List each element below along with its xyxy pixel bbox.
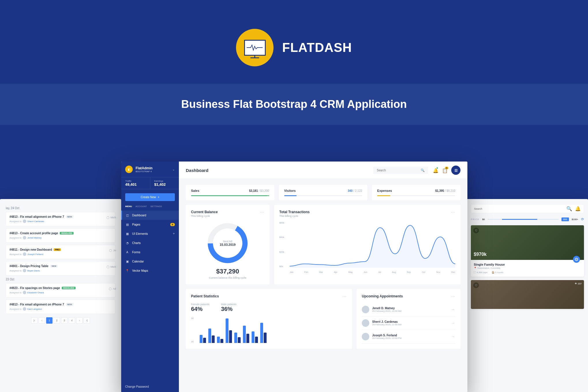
price-slider[interactable] <box>488 219 559 220</box>
plus-icon[interactable]: + <box>173 232 175 236</box>
balance-amount: $37,290 <box>191 268 264 275</box>
page-title: Dashboard <box>186 168 208 173</box>
task-badge: NEW <box>50 265 58 267</box>
more-icon[interactable]: ⋯ <box>260 210 264 215</box>
task-title: #4923 - Fix spacings on Stories page <box>10 286 60 290</box>
task-item[interactable]: #4811 - Design new DashboardPROAssigned … <box>6 245 115 259</box>
kpi-value: 340 <box>348 189 353 192</box>
right-search[interactable]: 🔍 🔔 <box>471 204 584 213</box>
more-icon[interactable]: ⋯ <box>451 210 455 215</box>
change-password-link[interactable]: Change Password <box>121 381 179 392</box>
bar-group <box>252 331 258 343</box>
page-prev[interactable]: ‹ <box>39 317 45 324</box>
profile-button[interactable]: ▥ <box>451 166 460 175</box>
sidebar-item-charts[interactable]: ◔Charts <box>121 238 179 247</box>
refresh-icon[interactable]: ⟳ <box>581 217 584 221</box>
sidebar-subtitle: BOOTSTRAP 4 <box>136 170 153 173</box>
page-1[interactable]: 1 <box>46 317 53 324</box>
user-icon: ◯ <box>106 265 109 268</box>
task-assignee: Kaci Langston <box>27 308 42 310</box>
kpi-expenses: Expenses$1,395 / $8,210 <box>372 185 460 200</box>
bar-group <box>208 329 215 343</box>
page-first[interactable]: |‹ <box>31 317 38 324</box>
right-search-input[interactable] <box>474 207 566 210</box>
arrow-right-icon[interactable]: → <box>451 307 455 312</box>
sidebar-item-calendar[interactable]: ▣Calendar <box>121 257 179 266</box>
appointment-item[interactable]: Joseph S. Ferland28 February 2019, 12:00… <box>362 330 455 344</box>
dashboard-icon: ◫ <box>125 213 129 217</box>
task-title: #4813 - Fix email alignment on iPhone 7 <box>10 303 64 306</box>
female-label: Female patients <box>191 303 209 306</box>
property-card[interactable]: ♡ $970k ⚙ Single Family House 📍 Yasminet… <box>471 225 584 277</box>
page-last[interactable]: ›| <box>84 317 90 324</box>
avatar <box>362 306 369 313</box>
calendar-icon[interactable]: 📋3 <box>442 168 447 172</box>
task-item[interactable]: #4813 - Fix email alignment on iPhone 7N… <box>6 212 115 226</box>
bar-female <box>217 337 220 343</box>
task-assignee: Sherri Cardenas <box>27 220 44 223</box>
tasks-card: lay, 24 Oct #4813 - Fix email alignment … <box>0 199 121 392</box>
property-card-2[interactable]: ♡ 👁 237 <box>471 280 584 309</box>
tab-menu[interactable]: MENU <box>125 205 132 208</box>
tagline: Business Flat Bootstrap 4 CRM Applicatio… <box>0 98 588 110</box>
check-icon: ✓ <box>266 195 269 196</box>
search-input[interactable] <box>377 169 421 172</box>
arrow-right-icon[interactable]: → <box>451 320 455 326</box>
avatar <box>23 269 26 272</box>
plus-icon: + <box>158 196 159 199</box>
bar-female <box>243 326 246 343</box>
appointment-item[interactable]: Sherri J. Cardenas28 February 2019, 11:0… <box>362 316 455 330</box>
chevron-down-icon[interactable]: ⌄ <box>172 168 175 171</box>
heart-icon[interactable]: ♡ <box>473 282 479 288</box>
sidebar-item-ui-elements[interactable]: ▦UI Elements+ <box>121 229 179 238</box>
task-item[interactable]: #4923 - Fix spacings on Stories pageRESO… <box>6 283 115 297</box>
task-right-user: ◯ Mich <box>106 216 116 219</box>
task-item[interactable]: #4813 - Create account profile pageRESOL… <box>6 228 115 243</box>
task-right-user: ◯ Jo <box>109 249 116 252</box>
appointment-name: Joseph S. Ferland <box>372 334 402 337</box>
gear-icon[interactable]: ⚙ <box>573 256 580 263</box>
patient-bar-chart: 3020 <box>191 317 347 343</box>
task-date-2: 23 Oct <box>6 278 115 281</box>
page-3[interactable]: 3 <box>61 317 68 324</box>
female-pct: 64% <box>191 306 209 312</box>
task-item[interactable]: #4813 - Fix email alignment on iPhone 7N… <box>6 300 115 314</box>
more-icon[interactable]: ⋯ <box>342 294 347 299</box>
bell-icon[interactable]: 🔔 <box>575 206 581 211</box>
transactions-panel: Total Transactions This billing cycle ⋯ … <box>274 205 460 284</box>
earnings-value: $1,402 <box>154 182 175 187</box>
user-icon: ◯ <box>109 249 112 252</box>
appointment-item[interactable]: Jenell D. Matney28 February 2019, 10:00 … <box>362 303 455 316</box>
avatar <box>23 252 26 256</box>
sidebar-item-vector-maps[interactable]: 📍Vector Maps <box>121 266 179 275</box>
bell-icon[interactable]: 🔔 <box>433 168 437 172</box>
sidebar-item-forms[interactable]: AForms <box>121 247 179 257</box>
page-4[interactable]: 4 <box>69 317 75 324</box>
task-badge: RESOLVED <box>62 287 76 289</box>
price-badge: $58 <box>561 217 569 221</box>
tab-account[interactable]: ACCOUNT <box>136 205 147 208</box>
page-next[interactable]: › <box>76 317 83 324</box>
transactions-title: Total Transactions <box>279 210 310 214</box>
page-2[interactable]: 2 <box>54 317 60 324</box>
task-badge: NEW <box>66 303 73 306</box>
appointment-name: Jenell D. Matney <box>372 307 401 310</box>
create-new-button[interactable]: Create New + <box>125 193 175 201</box>
bar-group <box>260 323 267 343</box>
user-icon: ◯ <box>109 287 112 290</box>
task-item[interactable]: #4901 - Design Pricing TableNEWAssigned … <box>6 261 115 275</box>
task-date-1: lay, 24 Oct <box>6 207 115 210</box>
user-icon: ◯ <box>106 216 109 219</box>
heart-icon[interactable]: ♡ <box>473 228 479 233</box>
patient-stats-panel: Patient Statistics ⋯ Female patients 64%… <box>186 289 352 349</box>
search-box[interactable]: 🔍 <box>373 167 428 174</box>
more-icon[interactable]: ⋯ <box>451 294 455 299</box>
task-right-user: ◯ Mich <box>106 265 116 268</box>
sidebar-item-pages[interactable]: ▤Pages8 <box>121 220 179 229</box>
charts-icon: ◔ <box>125 241 129 245</box>
tab-settings[interactable]: SETTINGS <box>150 205 162 208</box>
sidebar-item-dashboard[interactable]: ◫Dashboard <box>121 211 179 220</box>
main-dashboard: ◧ FlatAdmin BOOTSTRAP 4 ⌄ Traffic 49,401… <box>121 162 467 392</box>
bar-male <box>220 339 223 343</box>
arrow-right-icon[interactable]: → <box>451 334 455 339</box>
